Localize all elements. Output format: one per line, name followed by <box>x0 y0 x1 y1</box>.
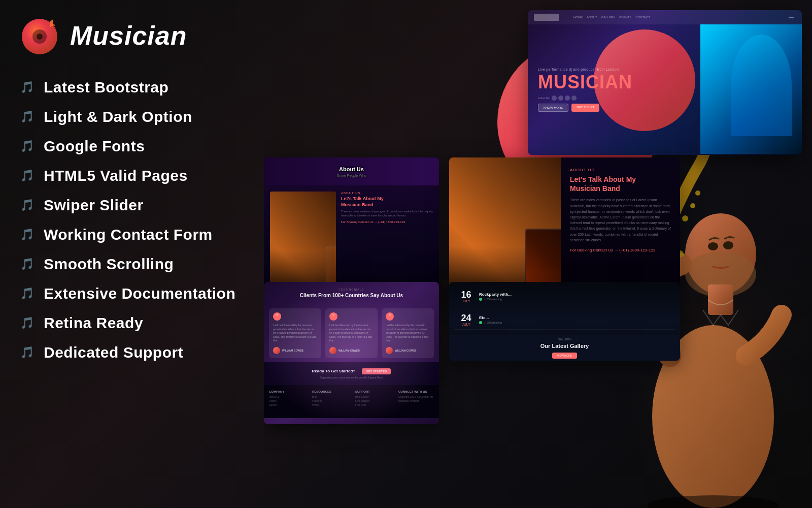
testimonial-author: WILLIAM COWEB <box>329 347 374 354</box>
testimonial-card: " I will be influenced by the monastic p… <box>325 308 378 358</box>
events-list: 16 JULY Rockparty with... ✓ 200 attendin… <box>449 282 680 335</box>
event-date: 16 JULY <box>457 290 475 303</box>
about-subtitle: Some People Who <box>336 174 366 177</box>
about-contact: For Booking Contact Us → (+01) 1800-123-… <box>341 220 433 224</box>
quote-icon: " <box>386 312 394 321</box>
about-lg-content: About Us Let's Talk About My Musician Ba… <box>449 157 680 297</box>
hero-buttons: KNOW MORE GET TICKET <box>538 104 632 112</box>
gallery-section: Gallery Our Latest Gallery VIEW MORE <box>449 335 680 361</box>
hamburger-icon <box>787 14 796 20</box>
hero-title: MUSICIAN <box>538 73 632 91</box>
features-list: 🎵 Latest Bootstrap 🎵 Light & Dark Option… <box>20 74 284 366</box>
testimonial-author: WILLIAM COWEB <box>273 347 317 354</box>
feature-label: Swiper Slider <box>44 197 144 214</box>
nav-items: HOME ABOUT GALLERY EVENTS CONTACT <box>573 16 650 19</box>
event-item: 16 JULY Rockparty with... ✓ 200 attendin… <box>454 287 675 306</box>
author-name: WILLIAM COWEB <box>282 349 303 352</box>
about-title: About Us <box>339 166 364 172</box>
logo-text: Musician <box>70 20 187 51</box>
feature-label: Retina Ready <box>44 314 143 332</box>
testimonials-cards: " I will be influenced by the monastic p… <box>264 304 439 362</box>
svg-point-16 <box>695 190 700 196</box>
left-panel: Musician 🎵 Latest Bootstrap 🎵 Light & Da… <box>0 0 294 508</box>
screenshot-about-right: About Us Let's Talk About My Musician Ba… <box>449 157 680 297</box>
list-item: 🎵 Working Contact Form <box>20 221 284 248</box>
view-more-button[interactable]: VIEW MORE <box>552 353 577 359</box>
hero-follow: Follow Me: <box>538 96 632 101</box>
testimonial-card: " I will be influenced by the monastic p… <box>269 308 321 358</box>
about-lg-text: About Us Let's Talk About My Musician Ba… <box>561 157 680 297</box>
testimonial-text: I will be influenced by the monastic pur… <box>273 324 317 343</box>
svg-rect-7 <box>708 284 733 315</box>
nav-logo-bar <box>534 14 559 21</box>
testimonial-card: " I will be influenced by the monastic p… <box>382 308 434 358</box>
gallery-title: Our Latest Gallery <box>540 343 589 349</box>
list-item: 🎵 Latest Bootstrap <box>20 74 284 101</box>
event-month: JULY <box>457 323 475 326</box>
get-ticket-button[interactable]: GET TICKET <box>571 104 599 112</box>
about-lg-body: There are many variations of passages of… <box>570 197 671 243</box>
feature-label: Latest Bootstrap <box>44 79 168 96</box>
music-note-icon: 🎵 <box>20 169 36 182</box>
logo-area: Musician <box>20 15 284 56</box>
svg-point-14 <box>682 215 688 221</box>
author-avatar <box>273 347 280 354</box>
testimonial-text: I will be influenced by the monastic pur… <box>386 324 430 343</box>
social-facebook-icon <box>552 96 557 101</box>
music-note-icon: 🎵 <box>20 346 36 359</box>
music-note-icon: 🎵 <box>20 287 36 300</box>
event-day: 24 <box>457 313 475 323</box>
music-note-icon: 🎵 <box>20 140 36 153</box>
social-instagram-icon <box>565 96 570 101</box>
about-header: About Us Some People Who <box>264 157 439 185</box>
testimonial-text: I will be influenced by the monastic pur… <box>329 324 374 343</box>
svg-point-15 <box>690 203 695 208</box>
about-label: About Us <box>341 192 433 195</box>
hero-dj-image <box>700 24 802 154</box>
about-content: About Us Let's Talk About My Musician Ba… <box>264 185 439 297</box>
svg-point-2 <box>37 34 43 40</box>
feature-label: Working Contact Form <box>44 226 213 243</box>
know-more-button[interactable]: KNOW MORE <box>538 104 568 112</box>
event-day: 16 <box>457 290 475 299</box>
list-item: 🎵 Smooth Scrolling <box>20 250 284 278</box>
about-lg-contact: For Booking Contact Us → (+01) 1800-123-… <box>570 248 671 252</box>
event-count: ✓ 200 attending <box>484 298 502 301</box>
about-heading: Let's Talk About My Musician Band <box>341 196 433 208</box>
list-item: 🎵 Extensive Documentation <box>20 280 284 307</box>
feature-label: Light & Dark Option <box>44 108 192 125</box>
social-twitter-icon <box>558 96 563 101</box>
event-month: JULY <box>457 299 475 303</box>
hero-mockscreen: HOME ABOUT GALLERY EVENTS CONTACT Live p… <box>528 10 802 155</box>
about-lg-heading: Let's Talk About My Musician Band <box>570 175 671 193</box>
quote-icon: " <box>329 312 337 321</box>
feature-label: Extensive Documentation <box>44 285 235 302</box>
hero-text-block: Live performance dj and producer from Lo… <box>538 68 632 112</box>
music-note-icon: 🎵 <box>20 110 36 123</box>
author-name: WILLIAM COWEB <box>339 349 360 352</box>
screenshot-hero: HOME ABOUT GALLERY EVENTS CONTACT Live p… <box>528 10 802 155</box>
about-text-block: About Us Let's Talk About My Musician Ba… <box>341 192 433 291</box>
hero-tagline: Live performance dj and producer from Lo… <box>538 68 632 71</box>
events-mockscreen: 16 JULY Rockparty with... ✓ 200 attendin… <box>449 282 680 361</box>
event-item: 24 JULY Etc... ✓ 150 attending <box>454 310 675 330</box>
event-info: Etc... ✓ 150 attending <box>479 315 672 324</box>
status-dot-icon <box>479 321 482 324</box>
music-note-icon: 🎵 <box>20 316 36 330</box>
hero-content: Live performance dj and producer from Lo… <box>528 24 802 155</box>
quote-icon: " <box>273 312 281 321</box>
svg-point-19 <box>723 241 733 249</box>
about-body-text: There are many variations of passages of… <box>341 210 433 217</box>
list-item: 🎵 Dedicated Support <box>20 339 284 366</box>
screenshot-about-left: About Us Some People Who About Us Let's … <box>264 157 439 297</box>
event-count: ✓ 150 attending <box>484 321 502 324</box>
author-avatar <box>386 347 393 354</box>
social-youtube-icon <box>571 96 577 101</box>
list-item: 🎵 Swiper Slider <box>20 192 284 219</box>
music-note-icon: 🎵 <box>20 258 36 271</box>
feature-label: HTML5 Valid Pages <box>44 167 188 184</box>
event-name: Rockparty with... <box>479 292 672 297</box>
logo-icon <box>20 15 61 56</box>
music-note-icon: 🎵 <box>20 228 36 241</box>
list-item: 🎵 Google Fonts <box>20 133 284 160</box>
